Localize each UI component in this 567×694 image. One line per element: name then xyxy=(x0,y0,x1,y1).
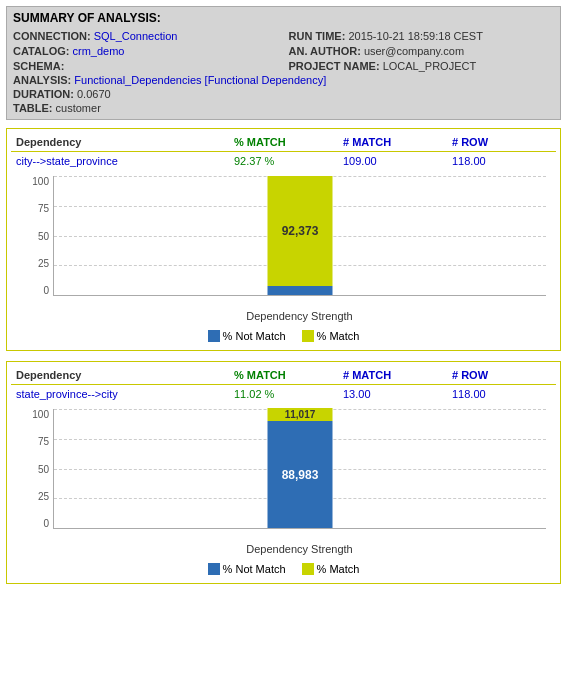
chart2-legend: % Not Match % Match xyxy=(11,563,556,575)
schema-cell: SCHEMA: xyxy=(13,59,279,73)
chart1-match-pct: 92.37 % xyxy=(229,152,338,170)
chart1-col-match-num: # MATCH xyxy=(338,133,447,151)
y-label-100: 100 xyxy=(32,176,49,187)
analysis-label: ANALYSIS: xyxy=(13,74,71,86)
chart1-y-axis: 100 75 50 25 0 xyxy=(21,176,49,296)
table-label: TABLE: xyxy=(13,102,53,114)
chart2-bar-group: 88,983 11,017 xyxy=(268,408,333,528)
connection-cell: CONNECTION: SQL_Connection xyxy=(13,29,279,43)
page-wrapper: SUMMARY OF ANALYSIS: CONNECTION: SQL_Con… xyxy=(0,0,567,600)
chart1-legend-box-blue xyxy=(208,330,220,342)
chart1-bar-match: 92,373 xyxy=(268,176,333,286)
chart2-match-pct: 11.02 % xyxy=(229,385,338,403)
y-label-0: 0 xyxy=(43,285,49,296)
catalog-value: crm_demo xyxy=(72,45,124,57)
y-label-75: 75 xyxy=(38,203,49,214)
chart1-bar-group: 92,373 xyxy=(268,176,333,295)
chart1-dep-value: city-->state_province xyxy=(11,152,229,170)
summary-grid: CONNECTION: SQL_Connection RUN TIME: 201… xyxy=(13,29,554,73)
chart1-col-match-pct: % MATCH xyxy=(229,133,338,151)
chart1-area: 100 75 50 25 0 92,373 xyxy=(21,176,546,326)
duration-value: 0.0670 xyxy=(77,88,111,100)
chart2-legend-match: % Match xyxy=(302,563,360,575)
connection-value: SQL_Connection xyxy=(94,30,178,42)
run-time-value: 2015-10-21 18:59:18 CEST xyxy=(348,30,483,42)
an-author-value: user@company.com xyxy=(364,45,464,57)
chart2-data-row: state_province-->city 11.02 % 13.00 118.… xyxy=(11,385,556,403)
project-value: LOCAL_PROJECT xyxy=(383,60,477,72)
chart2-col-match-pct: % MATCH xyxy=(229,366,338,384)
schema-label: SCHEMA: xyxy=(13,60,64,72)
chart2-bar-match: 11,017 xyxy=(268,408,333,421)
chart2-plot: 88,983 11,017 xyxy=(53,409,546,529)
chart1-legend-box-yellow xyxy=(302,330,314,342)
chart1-section: Dependency % MATCH # MATCH # ROW city-->… xyxy=(6,128,561,351)
chart2-col-row: # ROW xyxy=(447,366,556,384)
chart1-match-num: 109.00 xyxy=(338,152,447,170)
y-label-25: 25 xyxy=(38,258,49,269)
chart1-row-num: 118.00 xyxy=(447,152,556,170)
chart2-col-dep: Dependency xyxy=(11,366,229,384)
chart2-bar-not-match: 88,983 xyxy=(268,421,333,528)
run-time-cell: RUN TIME: 2015-10-21 18:59:18 CEST xyxy=(289,29,555,43)
chart2-y-axis: 100 75 50 25 0 xyxy=(21,409,49,529)
chart2-legend-not-match: % Not Match xyxy=(208,563,286,575)
chart2-area: 100 75 50 25 0 88,983 xyxy=(21,409,546,559)
chart1-legend-match-label: % Match xyxy=(317,330,360,342)
catalog-cell: CATALOG: crm_demo xyxy=(13,44,279,58)
duration-label: DURATION: xyxy=(13,88,74,100)
chart1-col-row: # ROW xyxy=(447,133,556,151)
c2-y-label-0: 0 xyxy=(43,518,49,529)
analysis-value: Functional_Dependencies [Functional Depe… xyxy=(74,74,326,86)
chart1-xlabel: Dependency Strength xyxy=(53,310,546,322)
chart1-data-row: city-->state_province 92.37 % 109.00 118… xyxy=(11,152,556,170)
project-cell: PROJECT NAME: LOCAL_PROJECT xyxy=(289,59,555,73)
chart1-legend-not-match: % Not Match xyxy=(208,330,286,342)
analysis-row: ANALYSIS: Functional_Dependencies [Funct… xyxy=(13,73,554,87)
chart2-legend-not-match-label: % Not Match xyxy=(223,563,286,575)
chart1-legend-not-match-label: % Not Match xyxy=(223,330,286,342)
c2-y-label-25: 25 xyxy=(38,491,49,502)
chart1-bar-not-match xyxy=(268,286,333,295)
c2-y-label-50: 50 xyxy=(38,464,49,475)
chart2-section: Dependency % MATCH # MATCH # ROW state_p… xyxy=(6,361,561,584)
chart1-legend: % Not Match % Match xyxy=(11,330,556,342)
chart1-plot: 92,373 xyxy=(53,176,546,296)
chart1-legend-match: % Match xyxy=(302,330,360,342)
table-row-summary: TABLE: customer xyxy=(13,101,554,115)
connection-label: CONNECTION: xyxy=(13,30,91,42)
chart2-dep-value: state_province-->city xyxy=(11,385,229,403)
c2-y-label-100: 100 xyxy=(32,409,49,420)
chart2-match-num: 13.00 xyxy=(338,385,447,403)
chart2-xlabel: Dependency Strength xyxy=(53,543,546,555)
chart2-legend-box-blue xyxy=(208,563,220,575)
duration-row: DURATION: 0.0670 xyxy=(13,87,554,101)
summary-box: SUMMARY OF ANALYSIS: CONNECTION: SQL_Con… xyxy=(6,6,561,120)
table-value: customer xyxy=(56,102,101,114)
an-author-cell: AN. AUTHOR: user@company.com xyxy=(289,44,555,58)
chart2-col-match-num: # MATCH xyxy=(338,366,447,384)
project-label: PROJECT NAME: xyxy=(289,60,380,72)
chart2-legend-box-yellow xyxy=(302,563,314,575)
y-label-50: 50 xyxy=(38,231,49,242)
catalog-label: CATALOG: xyxy=(13,45,69,57)
chart1-col-dep: Dependency xyxy=(11,133,229,151)
an-author-label: AN. AUTHOR: xyxy=(289,45,361,57)
chart1-header-row: Dependency % MATCH # MATCH # ROW xyxy=(11,133,556,152)
chart2-row-num: 118.00 xyxy=(447,385,556,403)
c2-y-label-75: 75 xyxy=(38,436,49,447)
chart2-legend-match-label: % Match xyxy=(317,563,360,575)
chart2-header-row: Dependency % MATCH # MATCH # ROW xyxy=(11,366,556,385)
summary-title: SUMMARY OF ANALYSIS: xyxy=(13,11,554,25)
run-time-label: RUN TIME: xyxy=(289,30,346,42)
